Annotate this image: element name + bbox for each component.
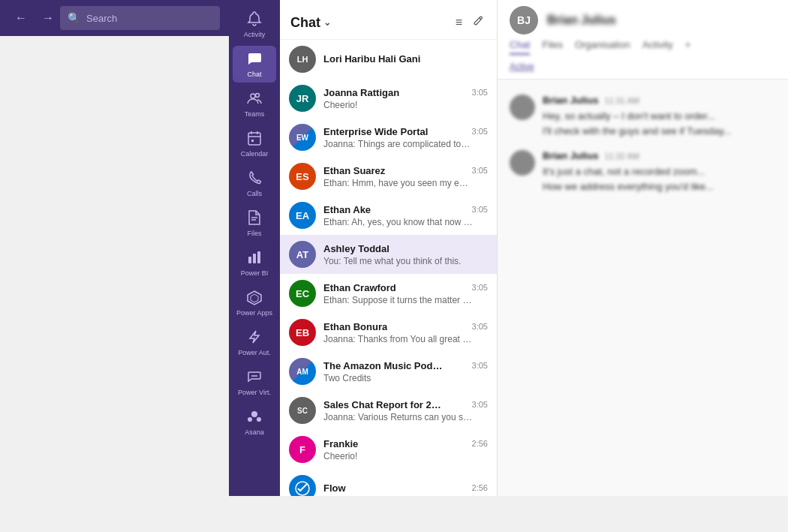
chat-icon	[246, 50, 263, 69]
message-time: 11:32 AM	[604, 152, 639, 161]
back-button[interactable]: ←	[9, 8, 33, 28]
chat-item-name: Ethan Bonura	[323, 321, 387, 332]
chat-header-tabs: Chat Files Organisation Activity +	[510, 39, 776, 55]
chat-item-name: Frankie	[323, 438, 358, 449]
chat-list-item[interactable]: EW Enterprise Wide Portal 3:05 Joanna: T…	[280, 118, 497, 157]
chat-list-item[interactable]: EB Ethan Bonura 3:05 Joanna: Thanks from…	[280, 313, 497, 352]
chat-item-name: Flow	[323, 482, 346, 494]
sidebar-item-label: Files	[247, 230, 261, 237]
chat-items-list: LH Lori Haribu Hali Gani JR Joanna Ratti…	[280, 40, 497, 496]
chat-list-title: Chat ⌄	[290, 15, 331, 31]
sidebar-item-activity[interactable]: Activity	[233, 6, 276, 43]
svg-rect-2	[248, 133, 260, 145]
chat-item-time: 3:05	[472, 205, 488, 214]
tab-more[interactable]: +	[685, 39, 691, 55]
chat-item-time: 3:05	[472, 400, 488, 409]
svg-point-0	[251, 94, 255, 98]
sidebar-item-label: Power BI	[241, 269, 269, 277]
sidebar-item-poweraut[interactable]: Power Aut.	[233, 324, 276, 361]
sidebar-item-powervirt[interactable]: Power Virt.	[233, 364, 276, 401]
sidebar-item-asana[interactable]: Asana	[233, 404, 276, 440]
chat-item-preview: Cheerio!	[323, 451, 474, 461]
avatar: AM	[289, 358, 316, 385]
chat-item-name: The Amazon Music Podcast	[323, 360, 444, 371]
sidebar-item-chat[interactable]: Chat	[233, 46, 276, 83]
avatar: EC	[289, 280, 316, 307]
chat-item-time: 3:05	[472, 361, 488, 370]
chat-list-item-active[interactable]: AT Ashley Toddal You: Tell me what you t…	[280, 235, 497, 274]
files-icon	[246, 209, 263, 228]
sidebar-item-powerbi[interactable]: Power BI	[233, 245, 276, 281]
svg-point-10	[248, 417, 252, 422]
chat-list-actions: ≡	[454, 14, 486, 32]
chat-item-name: Ethan Crawford	[323, 282, 396, 293]
avatar: EA	[289, 202, 316, 229]
chat-list-item[interactable]: SC Sales Chat Report for 2020 3:05 Joann…	[280, 391, 497, 430]
forward-button[interactable]: →	[36, 8, 60, 28]
top-bar: ← → 🔍	[0, 0, 229, 36]
avatar: F	[289, 436, 316, 463]
sidebar-item-label: Teams	[245, 110, 265, 118]
powerapps-icon	[246, 289, 263, 308]
chat-item-name: Ashley Toddal	[323, 243, 389, 254]
avatar: JR	[289, 85, 316, 112]
svg-rect-5	[253, 254, 256, 263]
chat-list-item[interactable]: EA Ethan Ake 3:05 Ethan: Ah, yes, you kn…	[280, 196, 497, 235]
chat-header: BJ Brian Julius Chat Files Organisation …	[498, 0, 788, 80]
chat-item-preview: Joanna: Things are complicated today... …	[323, 139, 474, 149]
message-text: It's just a chat, not a recorded zoom...…	[543, 164, 776, 194]
sidebar-item-files[interactable]: Files	[233, 205, 276, 242]
chat-item-preview: Ethan: Suppose it turns the matter manag…	[323, 295, 474, 305]
contact-status: Active	[510, 62, 534, 72]
chat-list-item[interactable]: LH Lori Haribu Hali Gani	[280, 40, 497, 79]
avatar: EW	[289, 124, 316, 151]
avatar: LH	[289, 46, 316, 73]
sidebar-item-label: Chat	[247, 71, 261, 78]
sidebar-item-label: Power Virt.	[238, 389, 271, 396]
chat-list-item[interactable]: Flow 2:56	[280, 469, 497, 496]
message-time: 11:31 AM	[604, 96, 639, 105]
tab-organisation[interactable]: Organisation	[575, 39, 630, 55]
svg-rect-3	[251, 140, 254, 142]
message-sender: Brian Julius	[543, 95, 598, 106]
filter-button[interactable]: ≡	[454, 14, 464, 32]
message-group: Brian Julius 11:32 AM It's just a chat, …	[510, 150, 776, 194]
tab-chat[interactable]: Chat	[510, 39, 530, 55]
chat-item-preview: Cheerio!	[323, 100, 474, 110]
message-avatar	[510, 95, 535, 120]
sidebar-item-teams[interactable]: Teams	[233, 86, 276, 122]
chat-main: BJ Brian Julius Chat Files Organisation …	[498, 0, 788, 496]
search-input[interactable]	[86, 13, 212, 24]
contact-avatar: BJ	[510, 6, 538, 35]
sidebar-item-calendar[interactable]: Calendar	[233, 125, 276, 162]
chat-messages-area: Brian Julius 11:31 AM Hey, so actually –…	[498, 80, 788, 496]
sidebar-item-powerapps[interactable]: Power Apps	[233, 284, 276, 321]
chat-item-time: 3:05	[472, 88, 488, 97]
sidebar: Activity Chat Teams Calendar Calls	[229, 0, 280, 496]
chat-item-time: 3:05	[472, 127, 488, 136]
chat-item-time: 2:56	[472, 483, 488, 492]
chat-list-item[interactable]: JR Joanna Rattigan 3:05 Cheerio!	[280, 79, 497, 118]
calendar-icon	[246, 130, 263, 149]
search-bar[interactable]: 🔍	[60, 6, 220, 30]
sidebar-item-label: Calendar	[241, 150, 269, 158]
message-sender: Brian Julius	[543, 150, 598, 161]
chat-item-preview: Two Credits	[323, 373, 474, 383]
compose-button[interactable]	[471, 14, 486, 32]
chat-item-name: Ethan Ake	[323, 204, 371, 215]
chat-item-name: Sales Chat Report for 2020	[323, 399, 444, 410]
chat-list-item[interactable]: EC Ethan Crawford 3:05 Ethan: Suppose it…	[280, 274, 497, 313]
tab-activity[interactable]: Activity	[642, 39, 673, 55]
chat-item-preview: Ethan: Ah, yes, you know that now in tod…	[323, 217, 474, 227]
chat-list-item[interactable]: AM The Amazon Music Podcast 3:05 Two Cre…	[280, 352, 497, 391]
tab-files[interactable]: Files	[542, 39, 562, 55]
avatar: EB	[289, 319, 316, 346]
chat-item-name: Joanna Rattigan	[323, 87, 399, 98]
chat-list-item[interactable]: ES Ethan Suarez 3:05 Ethan: Hmm, have yo…	[280, 157, 497, 196]
search-icon: 🔍	[68, 12, 80, 24]
contact-name: Brian Julius	[547, 14, 776, 27]
chat-list-item[interactable]: F Frankie 2:56 Cheerio!	[280, 430, 497, 469]
sidebar-item-calls[interactable]: Calls	[233, 165, 276, 202]
chat-list-header: Chat ⌄ ≡	[280, 0, 497, 40]
svg-rect-6	[257, 251, 260, 263]
